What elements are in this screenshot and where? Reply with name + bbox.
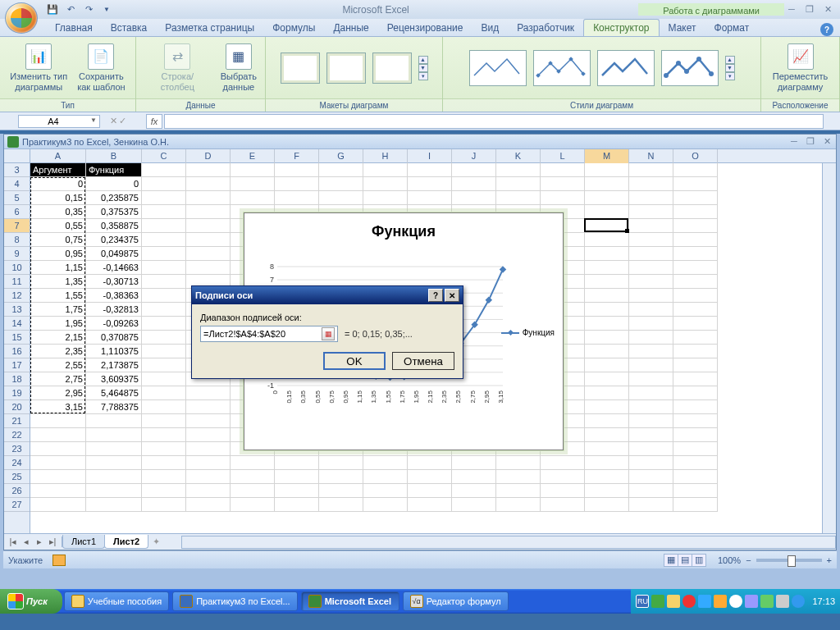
cell-C3[interactable] bbox=[142, 163, 186, 177]
dialog-titlebar[interactable]: Подписи оси ?✕ bbox=[192, 286, 463, 304]
cell-F5[interactable] bbox=[275, 191, 319, 205]
save-icon[interactable]: 💾 bbox=[46, 3, 59, 16]
tray-icon[interactable] bbox=[760, 595, 774, 608]
cell-M3[interactable] bbox=[585, 163, 629, 177]
name-box[interactable]: A4 bbox=[18, 115, 100, 128]
cell-O20[interactable] bbox=[673, 400, 718, 414]
cell-C13[interactable] bbox=[142, 303, 186, 317]
chart-layout-2[interactable] bbox=[326, 52, 366, 84]
cell-M26[interactable] bbox=[585, 484, 629, 498]
start-button[interactable]: Пуск bbox=[0, 589, 62, 614]
cell-N25[interactable] bbox=[629, 470, 673, 484]
cell-O11[interactable] bbox=[673, 275, 718, 289]
cell-A22[interactable] bbox=[30, 428, 86, 442]
cell-G3[interactable] bbox=[319, 163, 363, 177]
cell-O19[interactable] bbox=[673, 386, 718, 400]
taskbar-button-excel[interactable]: Microsoft Excel bbox=[301, 591, 399, 611]
ribbon-tab-formulas[interactable]: Формулы bbox=[263, 20, 324, 36]
column-header-J[interactable]: J bbox=[452, 149, 496, 163]
ribbon-tab-design[interactable]: Конструктор bbox=[583, 19, 659, 36]
cell-A21[interactable] bbox=[30, 414, 86, 428]
cell-F25[interactable] bbox=[275, 470, 319, 484]
cell-N26[interactable] bbox=[629, 484, 673, 498]
cell-M15[interactable] bbox=[585, 331, 629, 345]
cell-K25[interactable] bbox=[496, 470, 541, 484]
cell-D24[interactable] bbox=[186, 456, 231, 470]
cell-A26[interactable] bbox=[30, 484, 86, 498]
cell-B19[interactable]: 5,464875 bbox=[86, 386, 142, 400]
cell-I26[interactable] bbox=[408, 484, 452, 498]
zoom-level[interactable]: 100% bbox=[718, 555, 741, 565]
cell-N3[interactable] bbox=[629, 163, 673, 177]
row-header-21[interactable]: 21 bbox=[4, 414, 30, 428]
row-header-26[interactable]: 26 bbox=[4, 484, 30, 498]
cell-C24[interactable] bbox=[142, 456, 186, 470]
cell-J24[interactable] bbox=[452, 456, 496, 470]
ribbon-tab-format[interactable]: Формат bbox=[705, 20, 759, 36]
cell-M9[interactable] bbox=[585, 247, 629, 261]
chart-style-4[interactable] bbox=[661, 50, 719, 86]
cell-M6[interactable] bbox=[585, 205, 629, 219]
cell-B4[interactable]: 0 bbox=[86, 177, 142, 191]
cell-N18[interactable] bbox=[629, 372, 673, 386]
cell-H27[interactable] bbox=[363, 498, 408, 512]
cell-B7[interactable]: 0,358875 bbox=[86, 219, 142, 233]
cell-L25[interactable] bbox=[541, 470, 585, 484]
cell-O16[interactable] bbox=[673, 345, 718, 358]
fx-button[interactable]: fx bbox=[146, 114, 162, 129]
cell-B8[interactable]: 0,234375 bbox=[86, 233, 142, 247]
tray-icon[interactable] bbox=[776, 595, 789, 608]
cell-B10[interactable]: -0,14663 bbox=[86, 261, 142, 275]
row-header-3[interactable]: 3 bbox=[4, 163, 30, 177]
cell-I25[interactable] bbox=[408, 470, 452, 484]
cell-J26[interactable] bbox=[452, 484, 496, 498]
chart-layout-1[interactable] bbox=[281, 52, 320, 84]
cell-O18[interactable] bbox=[673, 372, 718, 386]
cell-N17[interactable] bbox=[629, 358, 673, 372]
cell-B12[interactable]: -0,38363 bbox=[86, 289, 142, 303]
help-icon[interactable]: ? bbox=[820, 23, 833, 36]
cell-H24[interactable] bbox=[363, 456, 408, 470]
cell-I5[interactable] bbox=[408, 191, 452, 205]
tray-icon[interactable] bbox=[698, 595, 711, 608]
select-data-button[interactable]: ▦Выбрать данные bbox=[217, 42, 260, 94]
cell-F4[interactable] bbox=[275, 177, 319, 191]
undo-icon[interactable]: ↶ bbox=[64, 3, 77, 16]
cell-K3[interactable] bbox=[496, 163, 541, 177]
cell-N15[interactable] bbox=[629, 331, 673, 345]
cell-F26[interactable] bbox=[275, 484, 319, 498]
cell-N20[interactable] bbox=[629, 400, 673, 414]
row-header-27[interactable]: 27 bbox=[4, 498, 30, 512]
cell-D25[interactable] bbox=[186, 470, 231, 484]
cell-O6[interactable] bbox=[673, 205, 718, 219]
cell-O5[interactable] bbox=[673, 191, 718, 205]
cell-D4[interactable] bbox=[186, 177, 231, 191]
cell-N19[interactable] bbox=[629, 386, 673, 400]
cell-C21[interactable] bbox=[142, 414, 186, 428]
column-header-N[interactable]: N bbox=[629, 149, 673, 163]
cell-N7[interactable] bbox=[629, 219, 673, 233]
zoom-slider[interactable] bbox=[756, 559, 822, 562]
cell-B9[interactable]: 0,049875 bbox=[86, 247, 142, 261]
cell-N21[interactable] bbox=[629, 414, 673, 428]
cell-D10[interactable] bbox=[186, 261, 231, 275]
cell-L27[interactable] bbox=[541, 498, 585, 512]
cell-O25[interactable] bbox=[673, 470, 718, 484]
ribbon-tab-view[interactable]: Вид bbox=[472, 20, 508, 36]
cell-D22[interactable] bbox=[186, 428, 231, 442]
column-header-G[interactable]: G bbox=[319, 149, 363, 163]
cell-C26[interactable] bbox=[142, 484, 186, 498]
cell-F27[interactable] bbox=[275, 498, 319, 512]
row-header-13[interactable]: 13 bbox=[4, 303, 30, 317]
view-buttons[interactable]: ▦▤▥ bbox=[664, 554, 706, 567]
macro-record-icon[interactable] bbox=[52, 555, 66, 566]
cell-M19[interactable] bbox=[585, 386, 629, 400]
cell-M18[interactable] bbox=[585, 372, 629, 386]
cell-H5[interactable] bbox=[363, 191, 408, 205]
cell-M13[interactable] bbox=[585, 303, 629, 317]
cell-F24[interactable] bbox=[275, 456, 319, 470]
cell-C27[interactable] bbox=[142, 498, 186, 512]
cell-H26[interactable] bbox=[363, 484, 408, 498]
cell-L24[interactable] bbox=[541, 456, 585, 470]
redo-icon[interactable]: ↷ bbox=[82, 3, 95, 16]
